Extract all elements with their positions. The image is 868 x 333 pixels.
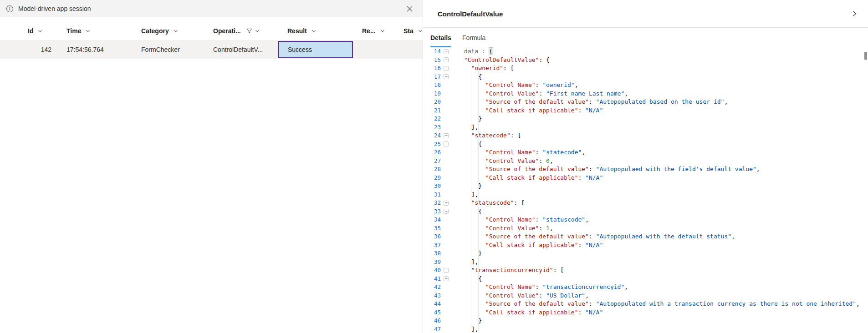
line-number: 41 <box>423 275 441 283</box>
fold-collapse-icon[interactable]: − <box>444 133 449 138</box>
line-number: 27 <box>423 157 441 166</box>
column-header-reason[interactable]: Re... <box>353 27 394 35</box>
column-label: Result <box>287 27 307 35</box>
code-editor[interactable]: 14−data : {15−"ControlDefaultValue": {16… <box>423 47 868 333</box>
fold-gutter: − <box>441 266 451 275</box>
cell-category[interactable]: FormChecker <box>132 40 204 59</box>
chevron-down-icon <box>173 28 179 34</box>
line-number: 18 <box>423 81 441 90</box>
fold-gutter <box>441 325 451 333</box>
code-line: 36 "Source of the default value": "Autop… <box>423 232 868 241</box>
close-button[interactable] <box>403 2 416 15</box>
fold-collapse-icon[interactable]: − <box>444 49 449 54</box>
fold-gutter <box>441 90 451 98</box>
fold-collapse-icon[interactable]: − <box>444 74 449 79</box>
tab-formula[interactable]: Formula <box>459 28 489 47</box>
code-line: 15−"ControlDefaultValue": { <box>423 56 868 65</box>
line-number: 47 <box>423 325 441 333</box>
code-line: 14−data : { <box>423 47 868 56</box>
code-line: 43 "Control Value": "US Dollar", <box>423 292 868 300</box>
code-line: 16− "ownerid": [ <box>423 64 868 73</box>
line-number: 14 <box>423 47 441 56</box>
fold-gutter <box>441 292 451 300</box>
fold-gutter <box>441 115 451 123</box>
line-number: 43 <box>423 292 441 300</box>
code-text: ], <box>451 258 478 267</box>
line-number: 45 <box>423 308 441 317</box>
column-header-time[interactable]: Time <box>57 27 132 35</box>
code-text: "Control Value": "US Dollar", <box>451 292 589 300</box>
fold-gutter <box>441 241 451 250</box>
column-label: Time <box>66 27 81 35</box>
line-number: 42 <box>423 283 441 292</box>
details-panel: ControlDefaultValue DetailsFormula 14−da… <box>423 0 868 333</box>
code-line: 29 "Call stack if applicable": "N/A" <box>423 174 868 182</box>
code-line: 30 } <box>423 182 868 191</box>
fold-gutter <box>441 308 451 317</box>
session-header: Model-driven app session <box>0 0 423 17</box>
fold-gutter <box>441 106 451 115</box>
cell-result[interactable]: Success <box>278 41 353 58</box>
code-text: ], <box>451 123 478 132</box>
details-title: ControlDefaultValue <box>438 10 503 18</box>
code-text: "statuscode": [ <box>451 199 525 207</box>
column-header-id[interactable]: Id <box>19 27 57 35</box>
fold-gutter: − <box>441 199 451 207</box>
code-line: 24− "statecode": [ <box>423 131 868 140</box>
line-number: 26 <box>423 148 441 157</box>
fold-collapse-icon[interactable]: − <box>444 141 449 146</box>
chevron-right-icon[interactable] <box>849 8 860 19</box>
fold-collapse-icon[interactable]: − <box>444 268 449 273</box>
fold-gutter: − <box>441 275 451 283</box>
cell-reason[interactable] <box>353 40 394 59</box>
code-text: } <box>451 317 482 325</box>
fold-collapse-icon[interactable]: − <box>444 57 449 62</box>
fold-gutter: − <box>441 64 451 73</box>
fold-gutter: − <box>441 131 451 140</box>
code-text: "Source of the default value": "Autopopu… <box>451 98 728 106</box>
scrollbar-thumb[interactable] <box>864 52 867 60</box>
column-label: Category <box>141 27 169 35</box>
line-number: 35 <box>423 224 441 233</box>
line-number: 15 <box>423 56 441 65</box>
fold-gutter <box>441 81 451 90</box>
code-text: "ownerid": [ <box>451 64 514 73</box>
fold-collapse-icon[interactable]: − <box>444 66 449 71</box>
fold-collapse-icon[interactable]: − <box>444 276 449 281</box>
app-root: Model-driven app session IdTimeCategoryO… <box>0 0 868 333</box>
column-label: Re... <box>362 27 376 35</box>
code-line: 22 } <box>423 115 868 123</box>
column-header-status[interactable]: Sta <box>394 27 423 35</box>
code-line: 19 "Control Value": "First name Last nam… <box>423 90 868 98</box>
fold-gutter: − <box>441 140 451 149</box>
indent-guide <box>471 56 471 331</box>
fold-gutter: − <box>441 207 451 216</box>
code-line: 25− { <box>423 140 868 149</box>
cell-id[interactable]: 142 <box>19 40 57 59</box>
column-header-result[interactable]: Result <box>278 27 353 35</box>
code-line: 23 ], <box>423 123 868 132</box>
code-line: 28 "Source of the default value": "Autop… <box>423 165 868 174</box>
column-label: Operati... <box>213 27 241 35</box>
cell-status[interactable] <box>394 40 423 59</box>
tab-details[interactable]: Details <box>427 28 455 47</box>
cell-time[interactable]: 17:54:56.764 <box>57 40 132 59</box>
table-row[interactable]: 14217:54:56.764FormCheckerControlDefault… <box>0 40 423 59</box>
code-text: "Call stack if applicable": "N/A" <box>451 308 603 317</box>
fold-gutter: − <box>441 73 451 81</box>
fold-gutter <box>441 216 451 224</box>
fold-gutter <box>441 224 451 233</box>
fold-gutter <box>441 249 451 258</box>
code-line: 27 "Control Value": 0, <box>423 157 868 166</box>
code-line: 31 ], <box>423 191 868 199</box>
line-number: 28 <box>423 165 441 174</box>
column-header-operation[interactable]: Operati... <box>204 27 278 35</box>
code-text: "Control Value": 1, <box>451 224 553 233</box>
code-line: 17− { <box>423 73 868 81</box>
line-number: 31 <box>423 191 441 199</box>
column-header-category[interactable]: Category <box>132 27 204 35</box>
fold-collapse-icon[interactable]: − <box>444 201 449 206</box>
cell-operation[interactable]: ControlDefaultV... <box>204 40 278 59</box>
fold-collapse-icon[interactable]: − <box>444 209 449 214</box>
code-line: 35 "Control Value": 1, <box>423 224 868 233</box>
